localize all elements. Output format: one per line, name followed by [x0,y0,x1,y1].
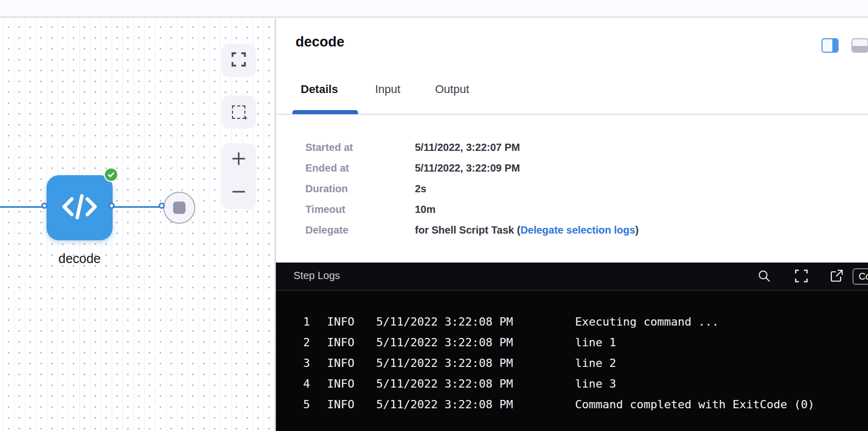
node-port-left[interactable] [41,203,48,209]
log-line-number: 2 [288,332,310,353]
detail-label: Delegate [305,224,348,236]
edge-incoming [0,206,47,208]
detail-row-delegate: Delegate for Shell Script Task (Delegate… [276,224,844,238]
step-node-decode[interactable] [47,175,113,240]
log-line-number: 5 [288,394,310,415]
log-level: INFO [327,312,354,332]
pipeline-end-node[interactable] [163,192,195,224]
detail-value: 5/11/2022, 3:22:07 PM [415,142,520,153]
detail-label: Duration [305,183,348,195]
log-line: 2 INFO 5/11/2022 3:22:08 PM line 1 [276,332,868,353]
log-message: line 2 [575,353,616,374]
split-right-layout-button[interactable] [822,38,839,53]
log-timestamp: 5/11/2022 3:22:08 PM [376,332,513,353]
step-logs-header: Step Logs [276,263,868,290]
step-logs-section: Step Logs [276,263,868,431]
log-timestamp: 5/11/2022 3:22:08 PM [376,353,513,374]
log-message: line 1 [575,332,616,353]
log-timestamp: 5/11/2022 3:22:08 PM [376,394,513,415]
detail-row-started-at: Started at 5/11/2022, 3:22:07 PM [276,142,844,155]
detail-value: 10m [415,204,436,216]
stop-icon [173,202,185,214]
log-line: 3 INFO 5/11/2022 3:22:08 PM line 2 [276,353,868,374]
split-bottom-layout-button[interactable] [851,38,868,53]
tab-input[interactable]: Input [375,83,400,96]
marquee-select-icon: + [232,105,245,119]
log-level: INFO [327,394,354,415]
console-view-button[interactable]: Co [853,268,868,285]
delegate-selection-logs-link[interactable]: Delegate selection logs [520,224,635,236]
detail-row-duration: Duration 2s [276,183,844,196]
pipeline-execution-screen: decode + [0,0,868,431]
open-logs-new-tab-button[interactable] [829,270,844,284]
zoom-in-button[interactable] [222,143,256,176]
detail-label: Ended at [305,162,349,174]
detail-row-ended-at: Ended at 5/11/2022, 3:22:09 PM [276,162,844,176]
step-title: decode [296,34,345,50]
detail-value: 2s [415,183,426,195]
split-right-layout-icon [832,39,838,52]
log-line: 4 INFO 5/11/2022 3:22:08 PM line 3 [276,374,868,394]
detail-value: 5/11/2022, 3:22:09 PM [415,162,520,174]
log-level: INFO [327,374,354,394]
log-message: Command completed with ExitCode (0) [575,394,815,415]
fullscreen-icon [230,51,247,70]
log-level: INFO [327,353,354,374]
detail-label: Started at [305,142,353,153]
search-logs-button[interactable] [757,270,771,284]
pipeline-canvas[interactable]: decode + [0,19,276,431]
tab-output[interactable]: Output [435,83,469,96]
success-check-icon [104,167,118,182]
edge-outgoing [113,206,163,208]
expand-logs-button[interactable] [794,270,809,284]
end-node-port[interactable] [159,203,165,209]
code-icon [61,190,98,225]
expand-icon [794,269,809,285]
canvas-fullscreen-button[interactable] [222,44,256,77]
open-in-new-icon [829,269,844,285]
delegate-value-suffix: ) [635,224,639,236]
delegate-value-prefix: for Shell Script Task ( [415,224,520,236]
canvas-marquee-select-button[interactable]: + [222,96,256,129]
detail-row-timeout: Timeout 10m [276,204,844,217]
active-tab-underline [292,110,358,114]
log-message: line 3 [575,374,616,394]
zoom-out-icon [231,184,246,202]
log-line: 5 INFO 5/11/2022 3:22:08 PM Command comp… [276,394,868,415]
log-level: INFO [327,332,354,353]
log-message: Executing command ... [575,312,719,332]
top-bar [0,0,868,18]
search-icon [757,269,771,285]
split-bottom-layout-icon [853,46,867,52]
canvas-zoom-controls [222,143,256,209]
zoom-out-button[interactable] [222,176,256,209]
log-line: 1 INFO 5/11/2022 3:22:08 PM Executing co… [276,312,868,332]
step-logs-title: Step Logs [293,270,340,282]
tabs-divider [276,114,868,115]
log-timestamp: 5/11/2022 3:22:08 PM [376,312,513,332]
node-port-right[interactable] [109,203,115,209]
log-line-number: 4 [288,374,310,394]
node-label: decode [36,251,123,266]
log-line-number: 1 [288,312,310,332]
step-details-panel: decode Details Input Output Started at 5… [276,19,868,263]
detail-value: for Shell Script Task (Delegate selectio… [415,224,639,236]
detail-label: Timeout [305,204,345,216]
log-timestamp: 5/11/2022 3:22:08 PM [376,374,513,394]
log-line-number: 3 [288,353,310,374]
tab-details[interactable]: Details [301,83,338,96]
zoom-in-icon [231,151,246,168]
